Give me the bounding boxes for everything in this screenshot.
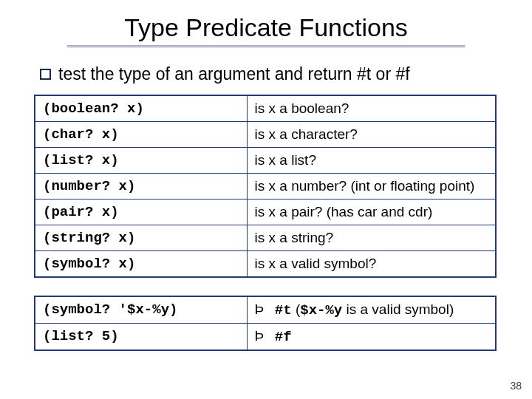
- note-symbol: $x-%y: [300, 302, 342, 318]
- predicate-code: (char? x): [35, 122, 247, 148]
- result-value: #f: [275, 329, 292, 345]
- predicate-code: (number? x): [35, 174, 247, 200]
- slide-number: 38: [510, 380, 522, 392]
- predicate-code: (boolean? x): [35, 95, 247, 122]
- predicate-desc: is x a string?: [247, 225, 496, 251]
- predicate-desc: is x a list?: [247, 148, 496, 174]
- arrow-icon: Þ: [255, 301, 271, 318]
- square-bullet-icon: [40, 69, 51, 80]
- predicate-code: (string? x): [35, 225, 247, 251]
- result-value: #t: [275, 302, 292, 318]
- table-row: (list? x)is x a list?: [35, 148, 496, 174]
- table-row: (number? x)is x a number? (int or floati…: [35, 174, 496, 200]
- title-underline: [66, 45, 466, 48]
- table-row: (pair? x)is x a pair? (has car and cdr): [35, 200, 496, 225]
- table-row: (symbol? '$x-%y) Þ #t ($x-%y is a valid …: [35, 296, 496, 324]
- table-row: (symbol? x)is x a valid symbol?: [35, 251, 496, 278]
- table-row: (string? x)is x a string?: [35, 225, 496, 251]
- example-result: Þ #t ($x-%y is a valid symbol): [247, 296, 496, 324]
- predicate-desc: is x a number? (int or floating point): [247, 174, 496, 200]
- predicates-table: (boolean? x)is x a boolean? (char? x)is …: [34, 95, 497, 278]
- predicate-code: (symbol? x): [35, 251, 247, 278]
- predicate-desc: is x a valid symbol?: [247, 251, 496, 278]
- predicate-code: (list? x): [35, 148, 247, 174]
- example-code: (list? 5): [35, 324, 247, 351]
- examples-table: (symbol? '$x-%y) Þ #t ($x-%y is a valid …: [34, 296, 497, 351]
- bullet-text: test the type of an argument and return …: [58, 64, 410, 84]
- example-code: (symbol? '$x-%y): [35, 296, 247, 324]
- table-row: (boolean? x)is x a boolean?: [35, 95, 496, 122]
- arrow-icon: Þ: [255, 328, 271, 344]
- predicate-desc: is x a character?: [247, 122, 496, 148]
- example-result: Þ #f: [247, 324, 496, 351]
- table-row: (list? 5) Þ #f: [35, 324, 496, 351]
- slide-title: Type Predicate Functions: [0, 0, 532, 42]
- bullet-row: test the type of an argument and return …: [40, 64, 532, 84]
- table-row: (char? x)is x a character?: [35, 122, 496, 148]
- predicate-desc: is x a pair? (has car and cdr): [247, 200, 496, 225]
- note-close: is a valid symbol): [342, 301, 454, 317]
- predicate-code: (pair? x): [35, 200, 247, 225]
- predicate-desc: is x a boolean?: [247, 95, 496, 122]
